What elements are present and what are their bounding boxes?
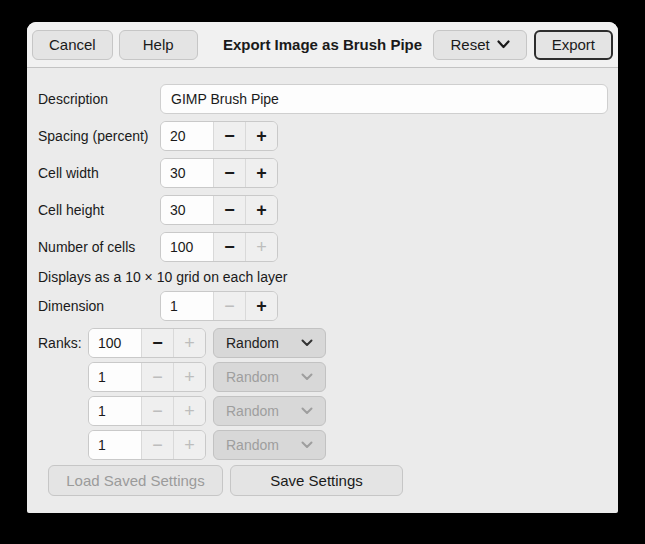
rank-1-input[interactable] xyxy=(89,329,141,357)
rank-3-input[interactable] xyxy=(89,397,141,425)
plus-icon: + xyxy=(184,436,195,454)
minus-icon: − xyxy=(224,201,235,219)
plus-icon: + xyxy=(256,164,267,182)
minus-icon: − xyxy=(224,127,235,145)
export-brush-pipe-dialog: Cancel Help Export Image as Brush Pipe R… xyxy=(27,22,618,513)
minus-icon: − xyxy=(152,334,163,352)
spacing-decrement-button[interactable]: − xyxy=(213,122,245,150)
cell-width-spinner: − + xyxy=(160,158,278,188)
minus-icon: − xyxy=(152,402,163,420)
spacing-increment-button[interactable]: + xyxy=(245,122,277,150)
chevron-down-icon xyxy=(301,373,313,381)
minus-icon: − xyxy=(152,436,163,454)
minus-icon: − xyxy=(224,164,235,182)
number-of-cells-spinner: − + xyxy=(160,232,278,262)
rank-1-increment-button: + xyxy=(173,329,205,357)
cell-height-decrement-button[interactable]: − xyxy=(213,196,245,224)
dimension-spinner: − + xyxy=(160,291,278,321)
number-of-cells-row: Number of cells − + xyxy=(38,232,608,262)
rank-1-mode-label: Random xyxy=(226,335,279,351)
reset-button-label: Reset xyxy=(450,36,489,53)
help-button[interactable]: Help xyxy=(119,30,198,60)
rank-3-mode-label: Random xyxy=(226,403,279,419)
rank-2-input[interactable] xyxy=(89,363,141,391)
spacing-label: Spacing (percent) xyxy=(38,128,160,144)
number-of-cells-input[interactable] xyxy=(161,233,213,261)
rank-3-mode-select: Random xyxy=(213,396,326,426)
spacing-spinner: − + xyxy=(160,121,278,151)
rank-4-mode-select: Random xyxy=(213,430,326,460)
cell-width-decrement-button[interactable]: − xyxy=(213,159,245,187)
plus-icon: + xyxy=(256,238,267,256)
rank-4-spinner: − + xyxy=(88,430,206,460)
spacing-row: Spacing (percent) − + xyxy=(38,121,608,151)
chevron-down-icon xyxy=(301,407,313,415)
rank-2-mode-select: Random xyxy=(213,362,326,392)
number-of-cells-decrement-button[interactable]: − xyxy=(213,233,245,261)
plus-icon: + xyxy=(256,297,267,315)
save-settings-button[interactable]: Save Settings xyxy=(230,465,403,496)
rank-3-spinner: − + xyxy=(88,396,206,426)
chevron-down-icon xyxy=(301,441,313,449)
cancel-button[interactable]: Cancel xyxy=(32,30,113,60)
rank-4-increment-button: + xyxy=(173,431,205,459)
rank-row: Ranks: − + Random xyxy=(38,328,608,358)
dimension-increment-button[interactable]: + xyxy=(245,292,277,320)
rank-2-mode-label: Random xyxy=(226,369,279,385)
export-button[interactable]: Export xyxy=(534,30,613,60)
rank-row: − + Random xyxy=(38,430,608,460)
cell-width-label: Cell width xyxy=(38,165,160,181)
minus-icon: − xyxy=(224,297,235,315)
spacing-input[interactable] xyxy=(161,122,213,150)
description-input[interactable] xyxy=(160,84,608,114)
rank-4-input[interactable] xyxy=(89,431,141,459)
rank-row: − + Random xyxy=(38,396,608,426)
number-of-cells-label: Number of cells xyxy=(38,239,160,255)
plus-icon: + xyxy=(256,201,267,219)
dimension-row: Dimension − + xyxy=(38,291,608,321)
dimension-decrement-button: − xyxy=(213,292,245,320)
ranks-label: Ranks: xyxy=(38,335,88,351)
settings-buttons: Load Saved Settings Save Settings xyxy=(48,465,608,496)
cell-height-label: Cell height xyxy=(38,202,160,218)
chevron-down-icon xyxy=(301,339,313,347)
plus-icon: + xyxy=(184,402,195,420)
dialog-body: Description Spacing (percent) − + xyxy=(27,68,618,513)
screen-background: Cancel Help Export Image as Brush Pipe R… xyxy=(0,0,645,544)
plus-icon: + xyxy=(256,127,267,145)
cell-width-row: Cell width − + xyxy=(38,158,608,188)
rank-1-spinner: − + xyxy=(88,328,206,358)
grid-note: Displays as a 10 × 10 grid on each layer xyxy=(38,269,608,285)
plus-icon: + xyxy=(184,368,195,386)
rank-3-decrement-button: − xyxy=(141,397,173,425)
plus-icon: + xyxy=(184,334,195,352)
rank-2-increment-button: + xyxy=(173,363,205,391)
cell-height-row: Cell height − + xyxy=(38,195,608,225)
rank-row: − + Random xyxy=(38,362,608,392)
rank-4-mode-label: Random xyxy=(226,437,279,453)
dimension-input[interactable] xyxy=(161,292,213,320)
cell-width-increment-button[interactable]: + xyxy=(245,159,277,187)
minus-icon: − xyxy=(224,238,235,256)
minus-icon: − xyxy=(152,368,163,386)
chevron-down-icon xyxy=(497,40,510,49)
rank-2-spinner: − + xyxy=(88,362,206,392)
rank-4-decrement-button: − xyxy=(141,431,173,459)
reset-button[interactable]: Reset xyxy=(433,30,526,60)
rank-3-increment-button: + xyxy=(173,397,205,425)
rank-2-decrement-button: − xyxy=(141,363,173,391)
number-of-cells-increment-button: + xyxy=(245,233,277,261)
cell-height-input[interactable] xyxy=(161,196,213,224)
dimension-label: Dimension xyxy=(38,298,160,314)
header-bar: Cancel Help Export Image as Brush Pipe R… xyxy=(27,22,618,68)
description-row: Description xyxy=(38,84,608,114)
cell-height-spinner: − + xyxy=(160,195,278,225)
rank-1-decrement-button[interactable]: − xyxy=(141,329,173,357)
cell-height-increment-button[interactable]: + xyxy=(245,196,277,224)
load-saved-settings-button: Load Saved Settings xyxy=(48,465,223,496)
cell-width-input[interactable] xyxy=(161,159,213,187)
rank-1-mode-select[interactable]: Random xyxy=(213,328,326,358)
description-label: Description xyxy=(38,91,160,107)
